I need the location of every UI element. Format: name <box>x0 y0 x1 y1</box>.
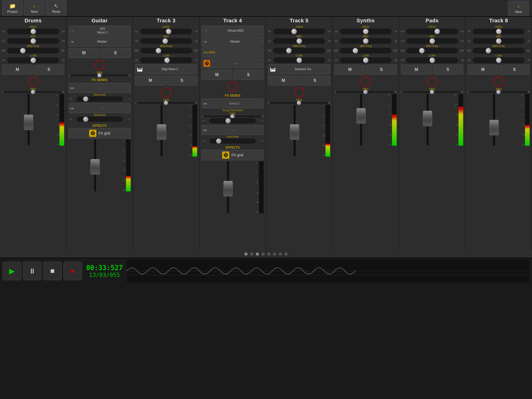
page-dot-3[interactable] <box>256 252 259 256</box>
solo-button-track3[interactable]: S <box>167 76 197 85</box>
eq-midfreq-slider-drums[interactable] <box>7 48 59 54</box>
eq-high-slider-t5[interactable] <box>273 29 325 34</box>
fader-handle-track5[interactable] <box>290 124 299 140</box>
au-midi-power-button[interactable]: ⏻ <box>203 60 210 67</box>
eq-low-slider-sy[interactable] <box>340 57 391 63</box>
mute-button-drums[interactable]: M <box>2 65 32 75</box>
eq-high-slider-sy[interactable] <box>340 29 391 34</box>
rec-button-track3[interactable] <box>161 88 171 97</box>
eq-low-slider-drums[interactable] <box>7 57 59 63</box>
solo-button-drums[interactable]: S <box>34 65 64 75</box>
mute-button-track3[interactable]: M <box>135 76 165 85</box>
page-dot-4[interactable] <box>262 252 265 256</box>
mute-button-pads[interactable]: M <box>401 65 431 75</box>
eq-high-slider-drums[interactable] <box>7 29 59 34</box>
pause-button[interactable]: ⏸ <box>23 262 42 280</box>
send-slider2-guitar[interactable] <box>76 117 123 122</box>
eq-mid-slider-t5[interactable] <box>273 38 325 44</box>
next-right-button[interactable]: › Next <box>508 1 529 16</box>
page-dot-6[interactable] <box>273 252 276 256</box>
send1-track4[interactable]: ↦ Group 2 <box>202 98 263 108</box>
play-button[interactable]: ▶ <box>3 262 21 280</box>
solo-button-track4[interactable]: S <box>233 70 264 80</box>
waveform-area[interactable] <box>127 260 529 282</box>
fader-handle-drums[interactable] <box>24 115 33 130</box>
eq-midfreq-slider-pa[interactable] <box>406 48 458 54</box>
fader-handle-track4[interactable] <box>223 181 233 196</box>
eq-low-slider-pa[interactable] <box>406 57 458 63</box>
eq-midfreq-slider-t3[interactable] <box>140 48 192 54</box>
eq-mid-slider-t3[interactable] <box>140 38 192 44</box>
mute-button-track8[interactable]: M <box>468 65 498 75</box>
pan-slider-track3[interactable] <box>137 102 195 104</box>
stop-button[interactable]: ■ <box>43 262 62 280</box>
eq-midfreq-slider-t8[interactable] <box>473 48 524 54</box>
send-slider1-guitar[interactable] <box>76 96 123 102</box>
send-slider-row2-track4: -inf +6 <box>202 138 263 144</box>
eq-mid-slider-sy[interactable] <box>340 38 391 44</box>
instrument-slap-button[interactable]: 🎹 Slap Bass 1 <box>135 64 197 74</box>
solo-button-guitar[interactable]: S <box>100 48 131 58</box>
pan-slider-track4[interactable] <box>203 116 261 117</box>
mute-button-track4[interactable]: M <box>202 70 232 80</box>
eq-mid-slider-pa[interactable] <box>406 38 458 44</box>
rec-button-track4[interactable] <box>228 82 238 92</box>
send2-guitar[interactable]: ↦ --- <box>69 103 130 113</box>
fader-handle-track3[interactable] <box>157 124 166 140</box>
solo-button-track8[interactable]: S <box>499 65 530 75</box>
page-dot-8[interactable] <box>284 252 288 256</box>
pan-slider-drums[interactable] <box>4 91 62 93</box>
instrument-soprano-button[interactable]: 🎹 Soprano Sa <box>268 64 330 74</box>
mute-button-synths[interactable]: M <box>335 65 365 75</box>
page-dot-5[interactable] <box>267 252 270 256</box>
rec-button-pads[interactable] <box>427 77 437 87</box>
fx-grid-button-guitar[interactable]: ⏻ FX grid <box>69 128 130 138</box>
pan-slider-guitar[interactable] <box>70 75 128 76</box>
send2-track4[interactable]: ↦ --- <box>202 125 263 135</box>
eq-low-slider-t8[interactable] <box>473 57 524 63</box>
solo-button-synths[interactable]: S <box>366 65 397 75</box>
fader-handle-track8[interactable] <box>489 120 499 135</box>
solo-button-track5[interactable]: S <box>300 76 330 85</box>
eq-low-slider-t3[interactable] <box>140 57 192 63</box>
pan-slider-pads[interactable] <box>403 91 461 93</box>
eq-mid-slider-drums[interactable] <box>7 38 59 44</box>
eq-midfreq-slider-t5[interactable] <box>273 48 325 54</box>
pan-slider-track8[interactable] <box>469 91 527 93</box>
au-midi-label: AU MIDI <box>203 51 215 54</box>
send1-guitar[interactable]: ↦ --- <box>69 83 130 93</box>
record-button[interactable]: ● <box>63 262 82 280</box>
mute-button-guitar[interactable]: M <box>69 48 99 58</box>
route-master2-button[interactable]: ⇒ Master <box>202 37 263 46</box>
rec-button-drums[interactable] <box>28 77 38 87</box>
eq-midfreq-slider-sy[interactable] <box>340 48 391 54</box>
page-dot-1[interactable] <box>244 252 248 256</box>
solo-button-pads[interactable]: S <box>433 65 463 75</box>
page-dot-2[interactable] <box>250 252 253 256</box>
eq-high-slider-t8[interactable] <box>473 29 524 34</box>
eq-mid-slider-t8[interactable] <box>473 38 524 44</box>
pan-slider-synths[interactable] <box>336 91 394 93</box>
route-ios-button[interactable]: → iOSMono 1 <box>69 26 130 36</box>
route-master-button[interactable]: ⇒ Master <box>69 37 130 46</box>
page-dot-7[interactable] <box>279 252 282 256</box>
send-slider2-track4[interactable] <box>209 138 256 144</box>
fader-handle-pads[interactable] <box>423 111 432 126</box>
rec-button-guitar[interactable] <box>95 60 105 70</box>
eq-high-slider-t3[interactable] <box>140 29 192 34</box>
route-vmidi-button[interactable]: → Virtual MIDI <box>202 26 263 36</box>
eq-high-slider-pa[interactable] <box>406 29 458 34</box>
next-left-button[interactable]: › Next <box>24 1 45 16</box>
project-button[interactable]: 📁 Project <box>2 1 23 16</box>
pan-slider-track5[interactable] <box>270 102 328 104</box>
mute-button-track5[interactable]: M <box>268 76 298 85</box>
rec-button-synths[interactable] <box>361 77 371 87</box>
fader-handle-guitar[interactable] <box>90 159 100 175</box>
fader-handle-synths[interactable] <box>356 108 366 124</box>
fx-grid-button-track4[interactable]: ⏻ FX grid <box>202 150 263 160</box>
rec-button-track8[interactable] <box>494 77 504 87</box>
read-button[interactable]: ↖ Read <box>46 1 66 16</box>
eq-low-slider-t5[interactable] <box>273 57 325 63</box>
rec-button-track5[interactable] <box>294 88 304 97</box>
send-slider1-track4[interactable] <box>209 118 256 123</box>
